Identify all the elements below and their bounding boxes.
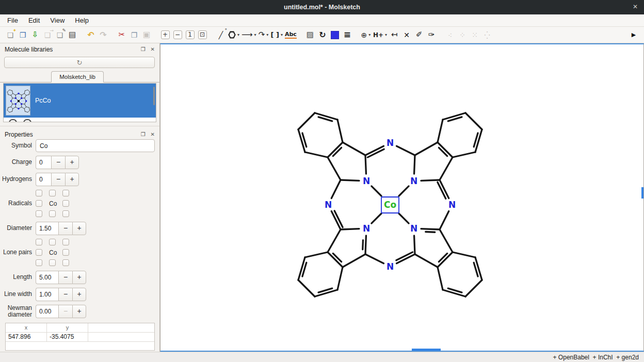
mechanism-tool-2-icon[interactable]: ✑ [425, 28, 438, 42]
checkbox[interactable] [36, 249, 42, 256]
checkbox[interactable] [36, 200, 42, 207]
length-increment-button[interactable]: + [72, 271, 86, 284]
text-tool-icon[interactable]: Abc [284, 28, 298, 42]
diameter-decrement-button[interactable]: − [58, 222, 72, 235]
checkbox[interactable] [36, 259, 42, 266]
cut-icon[interactable]: ✂ [116, 28, 128, 42]
checkbox[interactable] [62, 200, 69, 207]
molecule-libraries-panel: Molecule libraries ❐ ✕ ↻ Molsketch_lib P… [0, 44, 159, 126]
tab-molsketch-lib[interactable]: Molsketch_lib [51, 71, 104, 83]
checkbox[interactable] [36, 190, 42, 196]
canvas-hscrollbar-handle[interactable] [412, 349, 441, 351]
remove-hydrogen-icon[interactable]: ↤ [388, 28, 400, 42]
n-atom-label[interactable]: N [363, 223, 370, 234]
n-atom-label[interactable]: N [387, 138, 394, 148]
library-list: PcCo [3, 83, 156, 122]
undo-icon[interactable]: ↶ [85, 28, 97, 42]
menu-view[interactable]: View [45, 15, 70, 26]
canvas[interactable]: CoNNNNNNNN [160, 43, 644, 352]
toolbar-expand-icon[interactable]: ▶ [627, 28, 640, 42]
library-item-pcco[interactable]: PcCo [4, 84, 156, 118]
table-cell[interactable]: -35.4075 [47, 333, 88, 342]
new-document-icon[interactable]: ❏✦ [4, 28, 17, 42]
newman-diameter-value[interactable]: 0.00 [36, 305, 58, 318]
symbol-row: Symbol [0, 139, 159, 152]
ring-tool-icon[interactable]: ▾ [227, 28, 240, 42]
checkbox[interactable] [36, 239, 42, 245]
panel-float-icon[interactable]: ❐ [141, 131, 146, 137]
n-atom-label[interactable]: N [387, 261, 394, 272]
checkbox[interactable] [62, 239, 69, 245]
length-decrement-button[interactable]: − [58, 271, 72, 284]
panel-close-icon[interactable]: ✕ [151, 46, 155, 52]
newman-diameter-increment-button[interactable]: + [72, 305, 86, 318]
save-icon[interactable]: ⇩ [29, 28, 41, 42]
library-scrollbar[interactable] [153, 87, 155, 105]
library-item-partial[interactable] [4, 118, 156, 122]
print-icon[interactable]: ▤ [66, 28, 78, 42]
length-value[interactable]: 5.00 [36, 271, 58, 284]
panel-close-icon[interactable]: ✕ [151, 131, 155, 137]
n-atom-label[interactable]: N [363, 176, 370, 186]
charge-decrement-button[interactable]: − [51, 156, 65, 169]
menu-file[interactable]: File [2, 15, 23, 26]
co-atom-label[interactable]: Co [384, 200, 396, 210]
hydrogens-decrement-button[interactable]: − [51, 173, 65, 186]
checkbox[interactable] [62, 210, 69, 217]
open-file-icon[interactable]: ❒ [17, 28, 29, 42]
n-atom-label[interactable]: N [448, 200, 456, 210]
table-cell[interactable] [88, 333, 154, 342]
diameter-value[interactable]: 1.50 [36, 222, 58, 235]
charge-value[interactable]: 0 [36, 156, 51, 169]
menu-help[interactable]: Help [70, 15, 94, 26]
n-atom-label[interactable]: N [410, 176, 417, 186]
menu-edit[interactable]: Edit [23, 15, 45, 26]
copy-icon[interactable]: ❐ [128, 28, 140, 42]
line-width-decrement-button[interactable]: − [58, 288, 72, 301]
zoom-fit-icon[interactable]: ⊡ [196, 28, 208, 42]
window-close-button[interactable]: ✕ [633, 3, 638, 10]
hydrogen-tool-icon[interactable]: H+▾ [372, 28, 388, 42]
checkbox[interactable] [62, 259, 69, 266]
zoom-out-icon[interactable]: − [171, 28, 184, 42]
n-atom-label[interactable]: N [410, 223, 417, 234]
mechanism-tool-1-icon[interactable]: ✐ [413, 28, 425, 42]
toolbar-gap [438, 35, 444, 35]
hatch-selection-icon[interactable]: ▨ [304, 28, 316, 42]
line-width-increment-button[interactable]: + [72, 288, 86, 301]
export-icon[interactable]: ❏✎ [54, 28, 66, 42]
diameter-increment-button[interactable]: + [72, 222, 86, 235]
symbol-input[interactable] [36, 139, 155, 152]
table-cell[interactable]: 547.896 [6, 333, 47, 342]
zoom-original-icon[interactable]: 1 [184, 28, 196, 42]
rotate-tool-icon[interactable]: ↻ [316, 28, 329, 42]
checkbox[interactable] [62, 190, 69, 196]
checkbox[interactable] [49, 190, 56, 196]
color-swatch[interactable] [329, 28, 341, 42]
hydrogens-increment-button[interactable]: + [65, 173, 79, 186]
reaction-arrow-icon[interactable]: ⟶▾ [240, 28, 257, 42]
molecule-drawing[interactable]: CoNNNNNNNN [160, 44, 643, 351]
radicals-row: Radicals Co [0, 190, 159, 218]
library-refresh-button[interactable]: ↻ [4, 57, 155, 68]
connect-atoms-icon: ⁖ [444, 28, 456, 42]
checkbox[interactable] [62, 249, 69, 256]
charge-increment-button[interactable]: + [65, 156, 79, 169]
checkbox[interactable] [49, 239, 56, 245]
canvas-vscrollbar-handle[interactable] [641, 187, 643, 199]
hydrogens-value[interactable]: 0 [36, 173, 51, 186]
n-atom-label[interactable]: N [325, 200, 332, 210]
draw-bond-icon[interactable]: ╱° [215, 28, 227, 42]
bracket-tool-icon[interactable]: [ ]▾ [270, 28, 284, 42]
ungroup-tool-icon: ⁛ [481, 28, 493, 42]
checkbox[interactable] [49, 210, 56, 217]
charge-tool-icon[interactable]: ⊕▾ [360, 28, 372, 42]
line-width-icon[interactable]: ≡ [341, 28, 353, 42]
checkbox[interactable] [49, 259, 56, 266]
delete-tool-icon[interactable]: ✕ [400, 28, 413, 42]
curved-arrow-icon[interactable]: ↷▾ [257, 28, 270, 42]
zoom-in-icon[interactable]: + [159, 28, 171, 42]
checkbox[interactable] [36, 210, 42, 217]
line-width-value[interactable]: 1.00 [36, 288, 58, 301]
panel-float-icon[interactable]: ❐ [141, 46, 146, 52]
